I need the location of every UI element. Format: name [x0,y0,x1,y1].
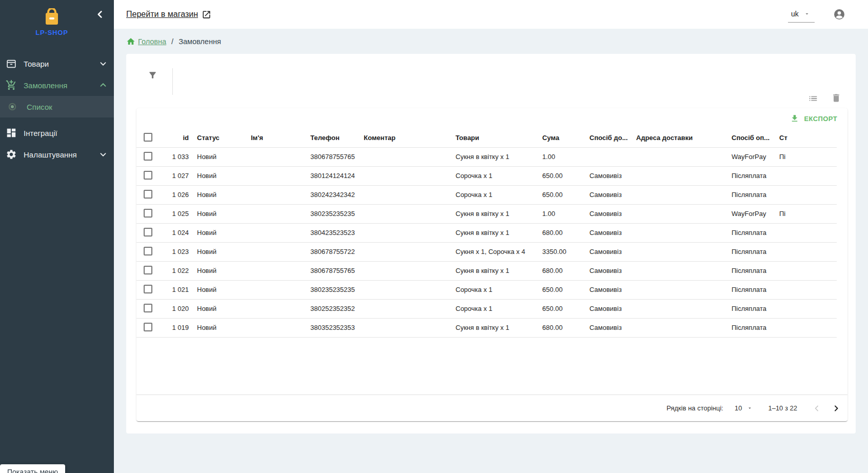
table-row[interactable]: 1 019Новий380352352353Сукня в квітку x 1… [136,318,837,337]
cell-name [247,147,306,166]
column-header-payment[interactable]: Спосіб оп... [727,129,775,147]
cell-delivery: Самовивіз [585,166,632,185]
cell-delivery: Самовивіз [585,318,632,337]
table-row[interactable]: 1 021Новий380235235235Сорочка x 1650.00С… [136,280,837,299]
cell-status: Новий [193,242,247,261]
cell-id: 1 025 [159,204,193,223]
cell-delivery: Самовивіз [585,242,632,261]
sidebar-item-label: Товари [24,60,97,68]
topbar-right: uk [788,7,845,23]
sidebar-item-integrations[interactable]: Інтеграції [0,122,114,144]
table-row[interactable]: 1 020Новий380252352352Сорочка x 1650.00С… [136,299,837,318]
show-menu-tooltip: Показать меню [0,464,65,473]
cell-address [632,242,727,261]
row-checkbox[interactable] [144,228,152,236]
table-row[interactable]: 1 025Новий380235235235Сукня в квітку x 1… [136,204,837,223]
column-header-products[interactable]: Товари [451,129,538,147]
column-header-comment[interactable]: Коментар [360,129,451,147]
user-avatar-button[interactable] [833,8,845,21]
export-row: ЕКСПОРТ [136,108,847,129]
breadcrumb-separator: / [171,37,173,46]
cell-id: 1 022 [159,261,193,280]
cell-sum: 650.00 [538,280,585,299]
cell-pstatus: Пі [775,204,837,223]
cell-status: Новий [193,166,247,185]
logo[interactable]: LP-SHOP [0,0,104,36]
cell-sum: 1.00 [538,147,585,166]
sidebar-item-settings[interactable]: Налаштування [0,144,114,165]
column-header-name[interactable]: Ім'я [247,129,306,147]
sidebar-item-orders[interactable]: Замовлення [0,74,114,96]
row-checkbox[interactable] [144,209,152,218]
column-header-payment-status[interactable]: Ст [775,129,837,147]
sidebar: LP-SHOP Товари Замовлення [0,0,114,473]
table-row[interactable]: 1 023Новий380678755722Сукня x 1, Сорочка… [136,242,837,261]
card-spacer [136,338,847,395]
cell-payment: Післяплата [727,223,775,242]
cell-pstatus [775,318,837,337]
rows-per-page-select[interactable]: 10 [735,404,753,412]
breadcrumb-home-label: Головна [138,37,166,46]
cell-address [632,185,727,204]
cell-payment: WayForPay [727,204,775,223]
cell-phone: 380235235235 [306,204,360,223]
row-checkbox[interactable] [144,323,152,331]
cell-pstatus [775,299,837,318]
row-checkbox[interactable] [144,285,152,293]
cell-comment [360,242,451,261]
cell-comment [360,299,451,318]
table-row[interactable]: 1 026Новий380242342342Сорочка x 1650.00С… [136,185,837,204]
row-checkbox[interactable] [144,304,152,312]
cell-phone: 380678755765 [306,261,360,280]
select-all-checkbox[interactable] [144,133,152,142]
table-row[interactable]: 1 033Новий380678755765Сукня в квітку x 1… [136,147,837,166]
cell-address [632,147,727,166]
column-header-address[interactable]: Адреса доставки [632,129,727,147]
cell-status: Новий [193,280,247,299]
cell-name [247,204,306,223]
table-row[interactable]: 1 027Новий380124124124Сорочка x 1650.00С… [136,166,837,185]
orders-list-panel: ЕКСПОРТ [126,54,856,433]
columns-list-button[interactable] [807,93,819,104]
list-icon [807,93,819,104]
chevron-down-icon [97,149,109,160]
sidebar-item-products[interactable]: Товари [0,53,114,74]
go-to-shop-link[interactable]: Перейти в магазин [126,10,211,19]
row-checkbox-cell [136,299,159,318]
cell-status: Новий [193,299,247,318]
export-button[interactable]: ЕКСПОРТ [787,112,840,125]
cart-plus-icon [5,79,17,91]
cell-products: Сорочка x 1 [451,299,538,318]
sidebar-item-orders-list[interactable]: Список [0,96,114,117]
breadcrumb-home-link[interactable]: Головна [126,37,166,46]
column-header-sum[interactable]: Сума [538,129,585,147]
next-page-button[interactable] [829,401,843,416]
column-header-id[interactable]: id [159,129,193,147]
cell-address [632,223,727,242]
sidebar-item-label: Інтеграції [24,129,109,137]
trash-icon [831,93,841,103]
sidebar-item-label: Список [27,103,109,111]
column-header-phone[interactable]: Телефон [306,129,360,147]
row-checkbox[interactable] [144,266,152,274]
cell-sum: 680.00 [538,318,585,337]
row-checkbox[interactable] [144,171,152,180]
cell-address [632,204,727,223]
pagination-range: 1–10 з 22 [768,404,797,412]
row-checkbox[interactable] [144,190,152,199]
cell-products: Сукня в квітку x 1 [451,261,538,280]
row-checkbox[interactable] [144,247,152,255]
cell-name [247,318,306,337]
column-header-status[interactable]: Статус [193,129,247,147]
table-row[interactable]: 1 024Новий380423523523Сукня в квітку x 1… [136,223,837,242]
collapse-sidebar-button[interactable] [93,8,106,21]
delete-button[interactable] [831,93,841,104]
filter-button[interactable] [148,70,157,82]
content: Головна / Замовлення [114,29,868,473]
cell-payment: Післяплата [727,261,775,280]
table-row[interactable]: 1 022Новий380678755765Сукня в квітку x 1… [136,261,837,280]
column-header-delivery[interactable]: Спосіб до... [585,129,632,147]
row-checkbox[interactable] [144,152,152,161]
bullet-icon [6,101,18,113]
language-select[interactable]: uk [788,7,815,23]
